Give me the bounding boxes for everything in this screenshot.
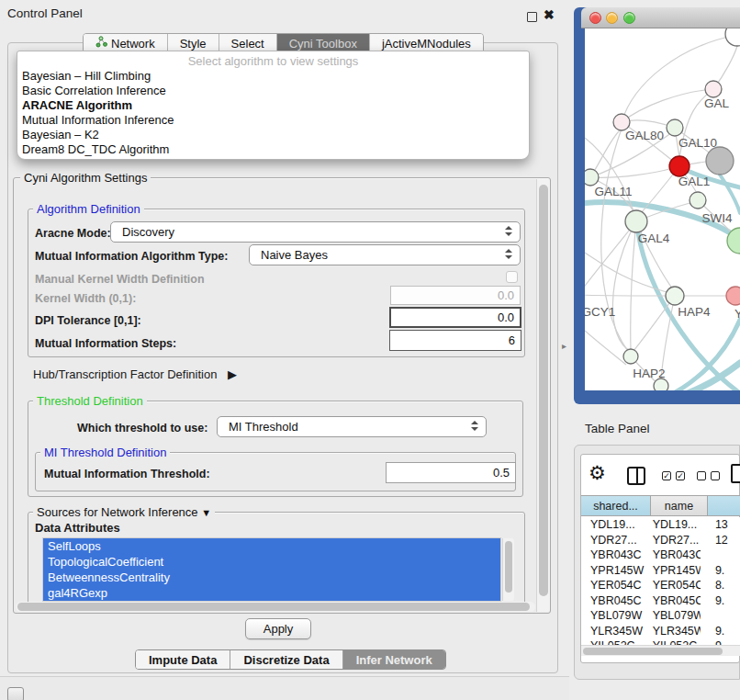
table-column-header[interactable] (708, 496, 740, 515)
table-row[interactable]: YDL19...YDL19...13 (581, 517, 740, 533)
splitter-handle-icon[interactable]: ▸ (562, 341, 566, 351)
cropped-corner-button[interactable] (7, 687, 24, 700)
node-label-gal: GAL (704, 96, 730, 110)
table-cell (701, 548, 740, 563)
table-horizontal-thumb[interactable] (583, 648, 723, 655)
sources-legend[interactable]: Sources for Network Inference ▼ (33, 505, 215, 519)
kernel-width-input[interactable]: 0.0 (390, 286, 521, 305)
tab-impute-data[interactable]: Impute Data (136, 650, 230, 669)
minimize-light-icon[interactable] (606, 12, 618, 24)
mi-algorithm-type-select[interactable]: Naive Bayes (249, 244, 521, 265)
table-row[interactable]: YER054CYER054C8. (581, 578, 740, 593)
network-node[interactable] (706, 147, 734, 175)
document-icon[interactable] (731, 464, 740, 483)
table-row[interactable]: YBR043CYBR043C (581, 548, 740, 563)
network-edge[interactable] (631, 221, 636, 350)
table-horizontal-scrollbar[interactable] (581, 645, 740, 656)
settings-horizontal-thumb[interactable] (17, 603, 530, 611)
table-row[interactable]: YDR27...YDR27...12 (581, 533, 740, 548)
table-cell: YBL079W (647, 608, 701, 624)
which-threshold-select[interactable]: MI Threshold (217, 416, 487, 437)
bottom-strip (0, 676, 569, 700)
split-columns-icon[interactable] (627, 467, 645, 485)
stepper-icon (505, 226, 513, 236)
gear-icon[interactable]: ⚙ (589, 462, 606, 484)
network-edge[interactable] (585, 331, 626, 365)
table-column-header[interactable]: shared... (581, 496, 651, 515)
table-cell: YBR043C (647, 548, 701, 563)
data-attributes-list[interactable]: SelfLoopsTopologicalCoefficientBetweenne… (42, 537, 501, 602)
hub-tf-definition-toggle[interactable]: Hub/Transcription Factor Definition ▶ (33, 367, 237, 381)
network-window-titlebar[interactable] (581, 7, 740, 28)
table-row[interactable]: YIL052CYIL052C9. (581, 638, 740, 645)
network-node-gal1[interactable] (669, 156, 690, 176)
dpi-tolerance-input[interactable]: 0.0 (389, 307, 521, 328)
select-checks-icon[interactable]: ✓ (676, 471, 685, 480)
data-attribute-item[interactable]: SelfLoops (43, 538, 500, 554)
table-cell: YER054C (581, 578, 647, 593)
network-node-gal10[interactable] (667, 119, 683, 136)
algorithm-option[interactable]: Bayesian – K2 (17, 128, 529, 142)
tab-infer-network[interactable]: Infer Network (343, 650, 445, 669)
close-light-icon[interactable] (589, 12, 601, 24)
attributes-list-scrollbar[interactable] (502, 538, 514, 601)
tab-network[interactable]: Network (84, 34, 168, 52)
tab-style[interactable]: Style (168, 34, 219, 52)
table-cell: 13 (701, 517, 740, 533)
tab-discretize-data[interactable]: Discretize Data (230, 650, 342, 669)
manual-kernel-width-checkbox[interactable] (506, 271, 518, 283)
network-edge[interactable] (585, 295, 667, 296)
settings-horizontal-scrollbar[interactable] (16, 602, 535, 612)
table-row[interactable]: YLR345WYLR345W9. (581, 624, 740, 639)
table-header-row: shared...name (581, 495, 740, 516)
network-edge-thick[interactable] (665, 320, 740, 390)
network-edge[interactable] (633, 296, 675, 351)
algorithm-option[interactable]: Mutual Information Inference (17, 113, 529, 128)
tab-jactivemnodules[interactable]: jActiveMNodules (370, 34, 483, 52)
deselect-checks-icon[interactable] (697, 471, 706, 480)
network-node-hap2[interactable] (623, 349, 638, 364)
network-edge[interactable] (585, 221, 636, 292)
network-node-gal[interactable] (705, 81, 722, 97)
algorithm-option[interactable]: Basic Correlation Inference (17, 84, 529, 98)
algorithm-option[interactable]: Bayesian – Hill Climbing (17, 69, 529, 84)
apply-button[interactable]: Apply (245, 618, 311, 639)
table-row[interactable]: YBR045CYBR045C9. (581, 593, 740, 609)
algorithm-option[interactable]: ARACNE Algorithm (17, 98, 529, 113)
network-node-hap4[interactable] (666, 287, 684, 305)
deselect-checks-icon[interactable] (711, 471, 720, 480)
kernel-width-label: Kernel Width (0,1): (35, 292, 136, 305)
tab-cyni-toolbox[interactable]: Cyni Toolbox (277, 34, 370, 52)
tab-select[interactable]: Select (219, 34, 277, 52)
table-column-header[interactable]: name (651, 496, 708, 515)
data-attribute-item[interactable]: TopologicalCoefficient (43, 554, 500, 570)
network-edge-thick[interactable] (720, 175, 740, 213)
mi-steps-input[interactable]: 6 (389, 330, 521, 351)
aracne-mode-select[interactable]: Discovery (110, 221, 521, 243)
settings-vertical-thumb[interactable] (539, 185, 548, 596)
settings-vertical-scrollbar[interactable] (536, 179, 550, 612)
mi-threshold-input[interactable]: 0.5 (386, 462, 516, 483)
table-cell: YBR045C (647, 593, 701, 609)
zoom-light-icon[interactable] (623, 12, 635, 24)
table-row[interactable]: YPR145WYPR145W9. (581, 563, 740, 579)
select-checks-icon[interactable]: ✓ (662, 471, 671, 480)
network-node-gal4[interactable] (625, 210, 647, 232)
data-attribute-item[interactable]: gal4RGexp (43, 585, 500, 601)
data-attribute-item[interactable]: BetweennessCentrality (43, 570, 500, 585)
close-window-button[interactable]: ✖ (544, 7, 555, 22)
table-panel-title: Table Panel (585, 422, 650, 435)
table-row[interactable]: YBL079WYBL079W (581, 608, 740, 624)
network-node-gal11[interactable] (585, 169, 599, 186)
collapse-down-icon[interactable]: ▼ (201, 507, 211, 518)
algorithm-dropdown-list: Bayesian – Hill ClimbingBasic Correlatio… (17, 69, 529, 157)
attributes-scrollbar-thumb[interactable] (505, 541, 512, 593)
network-node-y[interactable] (726, 287, 740, 305)
network-node[interactable] (725, 28, 740, 46)
float-window-button[interactable] (527, 12, 537, 22)
network-canvas[interactable]: GALGAL80GAL10GAL1GAL11SWI4GAL4GCY1HAP4YH… (585, 28, 740, 390)
network-node-swi4[interactable] (690, 192, 706, 209)
node-label-swi4: SWI4 (701, 211, 732, 225)
algorithm-option[interactable]: Dream8 DC_TDC Algorithm (17, 142, 529, 157)
expand-right-icon[interactable]: ▶ (228, 367, 237, 381)
